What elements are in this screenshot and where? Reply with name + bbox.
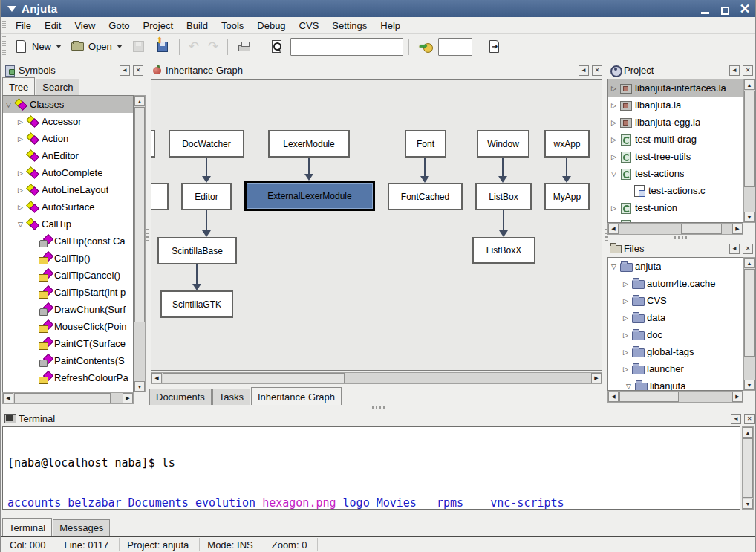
tree-item[interactable]: ▷CVS [608,292,743,309]
redo-button[interactable]: ↷ [204,38,222,56]
tree-item[interactable]: MouseClick(Poin [3,318,133,335]
graph-node-window[interactable]: Window [477,130,529,158]
tree-item[interactable]: AnEditor [3,147,133,164]
scroll-up-icon[interactable]: ▲ [134,96,145,106]
graph-node-font[interactable]: Font [405,130,446,158]
graph-node-listbox[interactable]: ListBox [475,183,532,210]
expander-icon[interactable]: ▷ [608,153,619,160]
tree-item[interactable]: ▷data [608,309,743,326]
symbols-horizontal-scrollbar[interactable]: ◀ ▶ [2,392,134,404]
tree-item-classes[interactable]: ▽Classes [3,96,133,113]
jump-button[interactable] [414,37,437,56]
close-panel-icon[interactable]: ✕ [743,244,753,254]
menu-help[interactable]: Help [374,18,407,33]
tree-item[interactable]: ▷AutoLineLayout [3,181,133,198]
project-vertical-scrollbar[interactable]: ▲ ▼ [743,79,755,223]
new-button[interactable]: New [10,37,65,56]
menu-project[interactable]: Project [137,18,180,33]
tree-item[interactable]: ▽libanjuta [608,377,743,391]
menubar-grip[interactable] [2,19,6,32]
window-menu-icon[interactable] [7,6,16,12]
undock-icon[interactable]: ◄ [120,65,130,76]
project-horizontal-scrollbar[interactable]: ◀ ▶ [607,223,743,235]
tree-item[interactable]: ▽anjuta [608,258,743,275]
tree-item[interactable]: test-actions.c [608,182,743,199]
scroll-right-icon[interactable]: ▶ [591,373,602,383]
tree-item[interactable]: CallTipStart(int p [3,284,133,301]
tree-item[interactable]: PaintContents(S [3,352,133,369]
find-button[interactable] [267,37,289,56]
clipped-node[interactable] [151,130,155,158]
tree-item[interactable]: ▷global-tags [608,343,743,360]
menu-file[interactable]: File [9,18,38,33]
graph-node-listboxx[interactable]: ListBoxX [472,237,535,264]
tab-tasks[interactable]: Tasks [212,389,250,405]
scroll-left-icon[interactable]: ◀ [608,392,619,402]
menu-view[interactable]: View [68,18,102,33]
expander-icon[interactable]: ▷ [15,169,26,177]
graph-node-docwatcher[interactable]: DocWatcher [169,130,244,158]
clipped-node[interactable] [151,183,169,210]
save-all-button[interactable] [151,37,174,56]
tree-item[interactable]: CallTip() [3,250,133,267]
tree-item[interactable]: ▷doc [608,326,743,343]
tree-item[interactable]: CallTipCancel() [3,267,133,284]
tree-item[interactable]: ▷test-union [608,199,743,216]
tree-item[interactable]: ▷libanjuta-egg.la [608,114,743,131]
tree-item[interactable]: ▽test-actions [608,165,743,182]
open-dropdown-caret[interactable] [117,45,123,48]
tab-messages[interactable]: Messages [53,519,110,536]
tree-item[interactable]: RefreshColourPa [3,369,133,386]
expander-icon[interactable]: ▷ [15,135,26,143]
menu-goto[interactable]: Goto [102,18,136,33]
tree-item[interactable]: ▷test-tree-utils [608,148,743,165]
tab-inheritance-graph[interactable]: Inheritance Graph [251,387,342,405]
scroll-down-icon[interactable]: ▼ [743,499,753,509]
expander-icon[interactable]: ▷ [608,85,619,92]
find-input[interactable] [290,38,403,56]
tab-documents[interactable]: Documents [149,389,212,405]
menu-tools[interactable]: Tools [215,18,250,33]
menu-cvs[interactable]: CVS [293,18,326,33]
expander-icon[interactable]: ▷ [608,136,619,143]
undock-icon[interactable]: ◄ [579,65,589,76]
tree-item[interactable] [608,216,743,223]
terminal-output[interactable]: [naba@localhost naba]$ ls accounts belza… [2,426,740,510]
tree-item[interactable]: ▷Action [3,130,133,147]
tab-search[interactable]: Search [36,79,79,95]
graph-node-lexermodule[interactable]: LexerModule [268,130,350,158]
tree-item[interactable]: ▷Accessor [3,113,133,130]
new-dropdown-caret[interactable] [56,45,62,48]
expander-icon[interactable]: ▷ [608,102,619,109]
graph-node-myapp[interactable]: MyApp [544,183,590,210]
scroll-right-icon[interactable]: ▶ [123,393,133,403]
tree-item[interactable]: ▷libanjuta.la [608,97,743,114]
terminal-vertical-scrollbar[interactable]: ▲ ▼ [742,426,754,510]
menu-edit[interactable]: Edit [38,18,68,33]
graph-node-wxapp[interactable]: wxApp [544,130,590,158]
files-horizontal-scrollbar[interactable]: ◀ ▶ [607,391,743,403]
symbols-vertical-scrollbar[interactable]: ▲ ▼ [134,95,146,392]
toolbar-grip[interactable] [2,36,6,56]
tree-item[interactable]: ▷autom4te.cache [608,275,743,292]
scroll-down-icon[interactable]: ▼ [134,381,145,392]
expander-icon[interactable]: ▷ [620,331,631,339]
menu-settings[interactable]: Settings [325,18,374,33]
tree-item[interactable]: DrawChunk(Surf [3,301,133,318]
scroll-up-icon[interactable]: ▲ [744,258,755,268]
scroll-left-icon[interactable]: ◀ [3,393,13,403]
expander-icon[interactable]: ▷ [608,119,619,126]
close-panel-icon[interactable]: ✕ [743,65,753,76]
scroll-up-icon[interactable]: ▲ [744,79,755,90]
expander-icon[interactable]: ▽ [3,101,14,108]
scroll-left-icon[interactable]: ◀ [608,224,619,234]
undock-icon[interactable]: ◄ [729,244,740,254]
expander-icon[interactable]: ▷ [620,280,631,288]
splitter-handle[interactable] [674,236,688,239]
graph-node-scintillabase[interactable]: ScintillaBase [157,237,237,264]
menu-build[interactable]: Build [180,18,215,33]
tab-terminal[interactable]: Terminal [2,518,52,536]
graph-node-fontcached[interactable]: FontCached [388,183,463,210]
close-button[interactable]: ✕ [737,2,753,16]
scroll-up-icon[interactable]: ▲ [743,427,753,438]
